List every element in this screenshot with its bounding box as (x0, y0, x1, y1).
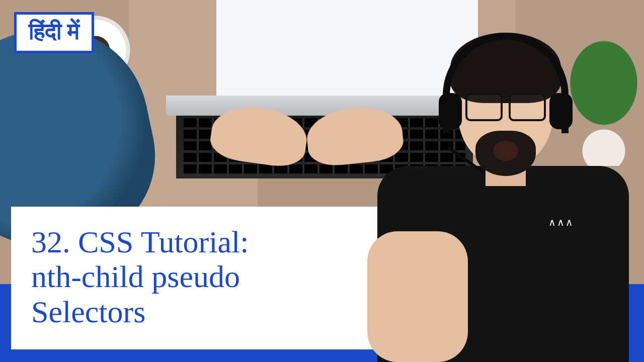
course-subtitle: Complete Web Development Course in Hindi (405, 310, 616, 345)
subtitle-line: Course in Hindi (405, 327, 616, 345)
title-line: 32. CSS Tutorial: (31, 225, 378, 259)
language-badge: हिंदी में (14, 12, 94, 53)
language-badge-text: हिंदी में (29, 19, 79, 44)
title-line: Selectors (31, 295, 378, 329)
title-line: nth-child pseudo (31, 259, 378, 294)
keyboard-row (184, 164, 465, 173)
plant (548, 15, 644, 166)
title-card: 32. CSS Tutorial: nth-child pseudo Selec… (11, 207, 398, 349)
subtitle-line: Complete Web Development (405, 310, 616, 327)
